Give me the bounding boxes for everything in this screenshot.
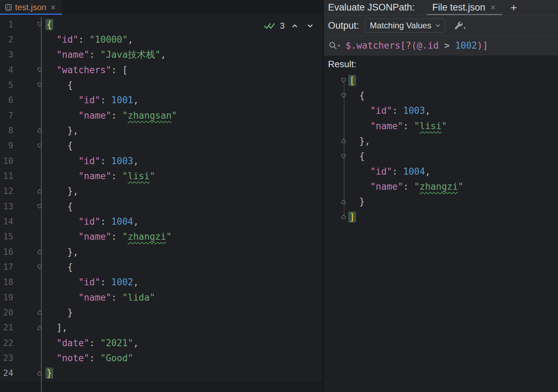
previous-match-button[interactable] — [290, 21, 300, 31]
code-text[interactable]: "id": 1003, — [44, 156, 139, 166]
code-token: { — [46, 262, 73, 272]
result-line[interactable]: { — [324, 88, 558, 103]
code-line[interactable]: 13 { — [0, 199, 323, 214]
code-text[interactable]: }, — [44, 125, 78, 136]
jsonpath-expression-input[interactable]: $.watchers[?(@.id > 1002)] — [346, 40, 488, 51]
code-line[interactable]: 14 "id": 1004, — [0, 214, 323, 229]
next-match-button[interactable] — [305, 21, 315, 31]
fold-marker-icon[interactable] — [35, 203, 44, 209]
code-text[interactable]: "id": 1004, — [44, 216, 139, 227]
code-text[interactable]: } — [44, 307, 73, 318]
code-line[interactable]: 23 "note": "Good" — [0, 350, 323, 365]
fold-marker-icon[interactable] — [35, 127, 44, 133]
fold-marker-icon[interactable] — [35, 249, 44, 255]
code-text[interactable]: { — [44, 19, 53, 30]
fold-marker-icon[interactable] — [339, 92, 348, 98]
line-number: 11 — [0, 171, 13, 181]
add-tab-button[interactable]: + — [508, 2, 520, 13]
fold-marker-icon[interactable] — [35, 67, 44, 73]
code-text[interactable]: { — [44, 140, 73, 151]
code-line[interactable]: 20 } — [0, 305, 323, 320]
fold-marker-icon[interactable] — [35, 21, 44, 27]
fold-marker-icon[interactable] — [35, 82, 44, 88]
code-text[interactable]: { — [44, 201, 73, 212]
fold-marker-icon[interactable] — [35, 325, 44, 331]
code-line[interactable]: 7 "name": "zhangsan" — [0, 108, 323, 123]
code-text[interactable]: "watchers": [ — [44, 65, 128, 75]
fold-marker-icon[interactable] — [339, 138, 348, 144]
tab-file-test-json[interactable]: File test.json ✕ — [427, 0, 502, 15]
code-text[interactable]: "name": "zhangzi" — [44, 231, 172, 242]
fold-marker-icon[interactable] — [35, 143, 44, 149]
code-line[interactable]: 3 "name": "Java技术栈", — [0, 47, 323, 62]
code-text[interactable]: } — [44, 368, 53, 378]
code-line[interactable]: 12 }, — [0, 184, 323, 199]
code-line[interactable]: 16 }, — [0, 244, 323, 259]
code-line[interactable]: 10 "id": 1003, — [0, 153, 323, 168]
result-line[interactable]: "name": "lisi" — [324, 118, 558, 133]
fold-marker-icon[interactable] — [339, 77, 348, 83]
code-text[interactable]: "name": "Java技术栈", — [44, 49, 166, 61]
code-text[interactable]: ], — [44, 322, 68, 333]
result-tree[interactable]: [ { "id": 1003, "name": "lisi" }, { "id"… — [324, 73, 558, 392]
line-number: 12 — [0, 186, 13, 196]
code-text[interactable]: "name": "lida" — [44, 292, 155, 303]
result-line[interactable]: { — [324, 149, 558, 164]
editor-lines[interactable]: 1{2 "id": "10000",3 "name": "Java技术栈",4 … — [0, 15, 323, 381]
code-line[interactable]: 22 "date": "2021", — [0, 335, 323, 350]
code-token: , — [133, 156, 139, 166]
code-line[interactable]: 11 "name": "lisi" — [0, 168, 323, 183]
result-line[interactable]: [ — [324, 73, 558, 88]
output-mode-select[interactable]: Matching Values — [365, 19, 445, 33]
code-line[interactable]: 6 "id": 1001, — [0, 93, 323, 108]
fold-marker-icon[interactable] — [35, 309, 44, 315]
code-token: "date" — [56, 338, 89, 348]
result-line[interactable]: "id": 1004, — [324, 164, 558, 179]
code-token: , — [425, 105, 431, 116]
code-line[interactable]: 15 "name": "zhangzi" — [0, 229, 323, 244]
code-text[interactable]: }, — [44, 247, 78, 257]
code-text[interactable]: { — [44, 80, 73, 90]
result-line[interactable]: }, — [324, 133, 558, 148]
fold-marker-icon[interactable] — [35, 370, 44, 376]
search-caret-icon: ▾ — [338, 43, 340, 48]
svg-text:{}: {} — [6, 5, 11, 10]
result-line[interactable]: "id": 1003, — [324, 103, 558, 118]
result-line[interactable]: ] — [324, 209, 558, 224]
code-line[interactable]: 21 ], — [0, 320, 323, 335]
result-line[interactable]: } — [324, 194, 558, 209]
code-line[interactable]: 5 { — [0, 77, 323, 92]
code-line[interactable]: 8 }, — [0, 123, 323, 138]
code-text[interactable]: "id": "10000", — [44, 34, 133, 45]
code-line[interactable]: 24} — [0, 366, 323, 381]
code-line[interactable]: 17 { — [0, 259, 323, 274]
fold-marker-icon[interactable] — [339, 153, 348, 159]
search-history-button[interactable]: ▾ — [328, 41, 341, 50]
code-token: { — [348, 151, 365, 161]
code-line[interactable]: 19 "name": "lida" — [0, 290, 323, 305]
code-text[interactable]: "id": 1001, — [44, 95, 139, 105]
tab-test-json[interactable]: {} test.json ✕ — [0, 0, 62, 15]
fold-marker-icon[interactable] — [339, 214, 348, 220]
settings-wrench-button[interactable]: ▾ — [453, 20, 467, 31]
code-line[interactable]: 18 "id": 1002, — [0, 275, 323, 290]
code-token: "name" — [370, 121, 403, 131]
code-text[interactable]: "name": "lisi" — [44, 171, 155, 181]
code-token: )] — [477, 40, 488, 51]
close-tab-icon[interactable]: ✕ — [49, 4, 56, 12]
result-line[interactable]: "name": "zhangzi" — [324, 179, 558, 194]
code-text[interactable]: "id": 1002, — [44, 277, 139, 287]
code-text[interactable]: }, — [44, 186, 78, 196]
code-text[interactable]: "note": "Good" — [44, 353, 133, 363]
code-token: "lida" — [122, 292, 155, 303]
code-line[interactable]: 9 { — [0, 138, 323, 153]
code-text[interactable]: "name": "zhangsan" — [44, 110, 177, 121]
fold-marker-icon[interactable] — [35, 264, 44, 270]
fold-marker-icon[interactable] — [35, 188, 44, 194]
close-panel-tab-icon[interactable]: ✕ — [489, 4, 496, 12]
code-line[interactable]: 4 "watchers": [ — [0, 62, 323, 77]
code-text[interactable]: { — [44, 262, 73, 272]
fold-marker-icon[interactable] — [339, 199, 348, 205]
code-text[interactable]: "date": "2021", — [44, 338, 139, 348]
code-line[interactable]: 2 "id": "10000", — [0, 32, 323, 47]
